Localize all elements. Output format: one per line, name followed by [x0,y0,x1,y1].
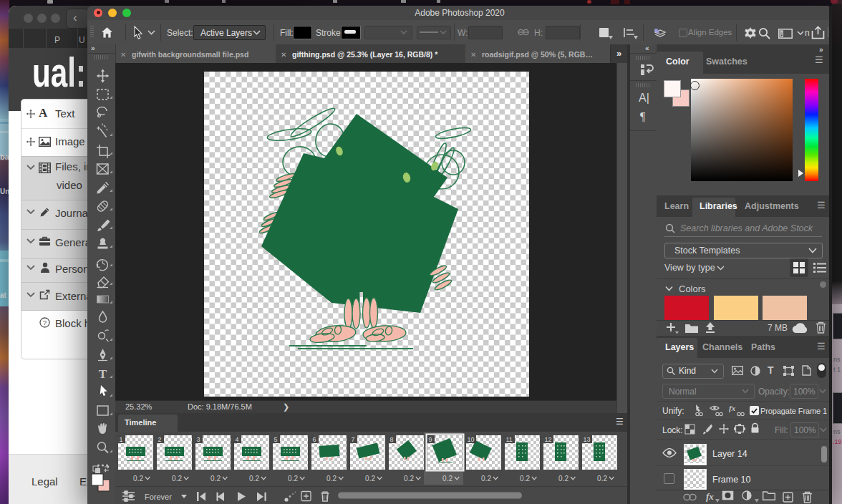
svg-text:10: 10 [468,436,475,443]
svg-text:0.2: 0.2 [481,475,491,483]
svg-text:6: 6 [313,436,316,443]
svg-text:8: 8 [390,436,394,443]
svg-text:T: T [99,367,107,381]
svg-text:0.2: 0.2 [249,475,259,483]
svg-text:0.2: 0.2 [404,475,414,483]
svg-text:7: 7 [352,436,355,443]
svg-text:0.2: 0.2 [597,475,607,483]
svg-text:0.2: 0.2 [133,475,143,483]
svg-text:12: 12 [545,436,552,443]
svg-text:0.2: 0.2 [172,475,182,483]
svg-text:13: 13 [584,436,591,443]
svg-text:5: 5 [274,436,278,443]
svg-text:0.2: 0.2 [558,475,568,483]
svg-text:fx: fx [729,404,736,412]
svg-text:Forever: Forever [145,493,172,501]
svg-text:3: 3 [197,436,200,443]
svg-text:0.2: 0.2 [520,475,530,483]
svg-text:0.2: 0.2 [326,475,337,483]
svg-text:0.2: 0.2 [288,475,298,483]
svg-text:11: 11 [506,436,513,443]
svg-text:0.2: 0.2 [442,475,453,483]
svg-text:0.2: 0.2 [210,475,221,483]
svg-text:4: 4 [236,436,239,443]
svg-text:2: 2 [158,436,162,443]
svg-text:9: 9 [429,436,432,443]
svg-text:?: ? [43,319,47,326]
svg-text:0.2: 0.2 [365,475,375,483]
svg-text:1: 1 [120,436,123,443]
